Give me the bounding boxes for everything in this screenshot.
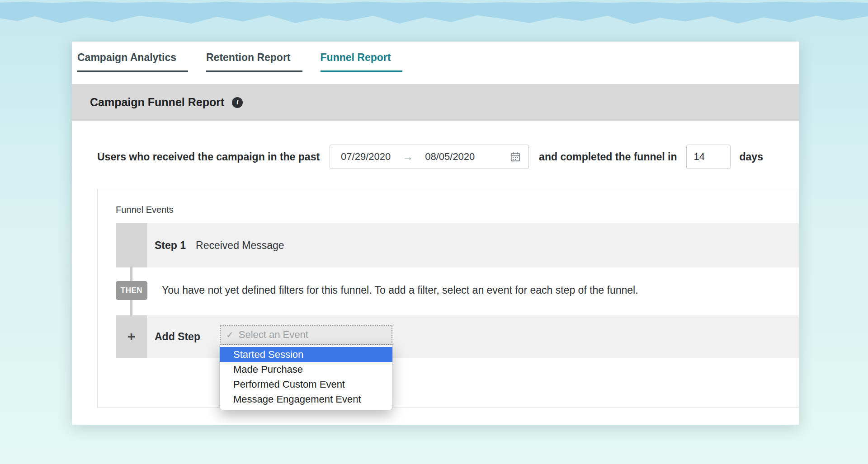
end-date-value[interactable]: 08/05/2020 xyxy=(425,151,475,163)
step-number-label: Step 1 xyxy=(155,239,186,252)
tab-bar: Campaign Analytics Retention Report Funn… xyxy=(77,52,420,72)
option-made-purchase[interactable]: Made Purchase xyxy=(220,362,392,377)
torn-paper-edge xyxy=(0,0,868,26)
arrow-right-icon: → xyxy=(402,150,413,163)
event-options-menu: Started Session Made Purchase Performed … xyxy=(220,345,392,410)
filter-hint-text: You have not yet defined filters for thi… xyxy=(162,284,638,296)
placeholder-label: Select an Event xyxy=(239,329,308,341)
funnel-step-row: Step 1 Received Message xyxy=(116,223,799,267)
filter-prefix-label: Users who received the campaign in the p… xyxy=(97,151,320,163)
event-select-placeholder[interactable]: ✓ Select an Event xyxy=(220,325,392,345)
days-input[interactable] xyxy=(686,145,731,169)
step-event-name: Received Message xyxy=(196,239,284,252)
step-row-content: Step 1 Received Message xyxy=(147,223,799,267)
tab-campaign-analytics[interactable]: Campaign Analytics xyxy=(77,52,188,72)
add-step-row: + Add Step xyxy=(116,315,799,358)
plus-icon[interactable]: + xyxy=(127,330,136,343)
event-select-dropdown: ✓ Select an Event Started Session Made P… xyxy=(220,325,392,410)
add-step-block[interactable]: + xyxy=(116,315,147,358)
report-card: Campaign Analytics Retention Report Funn… xyxy=(72,42,799,425)
tab-retention-report[interactable]: Retention Report xyxy=(206,52,302,72)
add-step-label: Add Step xyxy=(155,331,200,343)
option-started-session[interactable]: Started Session xyxy=(220,347,392,362)
filter-row: Users who received the campaign in the p… xyxy=(97,145,763,169)
check-icon: ✓ xyxy=(226,329,234,340)
then-badge: THEN xyxy=(116,281,147,300)
info-icon[interactable]: i xyxy=(232,97,243,108)
date-range-picker[interactable]: 07/29/2020 → 08/05/2020 xyxy=(330,145,529,169)
tab-funnel-report[interactable]: Funnel Report xyxy=(321,52,403,72)
option-message-engagement-event[interactable]: Message Engagement Event xyxy=(220,392,392,407)
page-title: Campaign Funnel Report xyxy=(90,96,224,109)
report-header: Campaign Funnel Report i xyxy=(72,84,799,121)
filter-middle-label: and completed the funnel in xyxy=(539,151,677,163)
filter-days-label: days xyxy=(740,151,763,163)
start-date-value[interactable]: 07/29/2020 xyxy=(341,151,391,163)
step-drag-handle[interactable] xyxy=(116,223,147,267)
funnel-events-panel: Funnel Events Step 1 Received Message TH… xyxy=(97,189,799,408)
option-performed-custom-event[interactable]: Performed Custom Event xyxy=(220,377,392,392)
funnel-events-title: Funnel Events xyxy=(116,205,174,215)
calendar-icon[interactable] xyxy=(509,151,521,163)
